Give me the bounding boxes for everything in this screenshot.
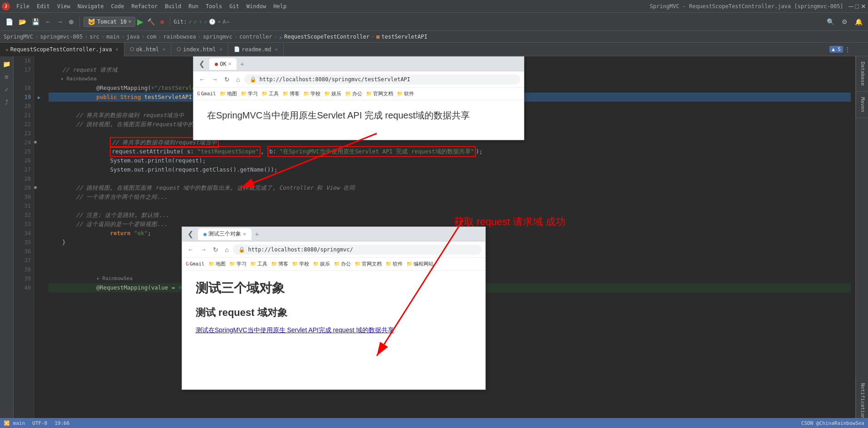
sidebar-pull-requests-icon[interactable]: ⤴ — [1, 96, 13, 108]
bc-main[interactable]: main — [106, 34, 119, 40]
bm-study[interactable]: 📁 学习 — [241, 90, 258, 97]
minimize-button[interactable]: ─ — [849, 3, 853, 10]
bm2-study[interactable]: 📁学习 — [229, 261, 247, 267]
bm-blog[interactable]: 📁 博客 — [282, 90, 300, 97]
browser-2-chevron[interactable]: ❮ — [186, 230, 195, 238]
browser-1-new-tab[interactable]: + — [240, 60, 244, 68]
gutter-run-icon[interactable]: ▶ — [38, 95, 40, 100]
browser-2-forward[interactable]: → — [198, 245, 208, 254]
menu-edit[interactable]: Edit — [33, 2, 54, 10]
bm-school[interactable]: 📁 学校 — [303, 90, 321, 97]
save-button[interactable]: 💾 — [30, 17, 41, 26]
bm2-docs[interactable]: 📁官网文档 — [355, 261, 382, 267]
close-button[interactable]: ✕ — [861, 3, 866, 10]
menu-build[interactable]: Build — [161, 2, 185, 10]
back-button[interactable]: ← — [43, 17, 53, 26]
browser-1-forward[interactable]: → — [210, 75, 220, 84]
browser-2-url-bar[interactable]: 🔒 http://localhost:8080/springmvc/ — [233, 245, 482, 255]
bc-class[interactable]: RequestScopeTestController — [284, 34, 370, 40]
bm2-tools[interactable]: 📁工具 — [250, 261, 267, 267]
menu-navigate[interactable]: Navigate — [74, 2, 108, 10]
sidebar-project-icon[interactable]: 📁 — [1, 58, 13, 70]
tab-controller[interactable]: ☕ RequestScopeTestController.java ✕ — [0, 43, 124, 56]
menu-file[interactable]: File — [13, 2, 33, 10]
browser-2-tab-close[interactable]: ✕ — [243, 231, 246, 237]
sidebar-commit-icon[interactable]: ✓ — [1, 84, 13, 95]
bm-study-label: 学习 — [248, 90, 258, 97]
bm2-coding[interactable]: 📁编程网站 — [406, 261, 434, 267]
tomcat-selector[interactable]: 🐱 Tomcat 10 ▼ — [84, 17, 135, 27]
browser-2-refresh[interactable]: ↻ — [211, 245, 220, 254]
tab-readme[interactable]: 📄 readme.md ✕ — [228, 43, 284, 56]
gutter-breakpoint[interactable]: ● — [34, 139, 37, 144]
menu-view[interactable]: View — [54, 2, 74, 10]
bm2-blog[interactable]: 📁博客 — [271, 261, 288, 267]
bc-springmvc2[interactable]: springmvc — [203, 34, 232, 40]
bm-docs[interactable]: 📁 官网文档 — [366, 90, 393, 97]
maximize-button[interactable]: □ — [855, 3, 859, 10]
panel-maven[interactable]: Maven — [856, 92, 868, 118]
bm-map[interactable]: 📁 地图 — [220, 90, 237, 97]
build-button[interactable]: 🔨 — [145, 17, 157, 26]
tab-readme-close[interactable]: ✕ — [275, 47, 278, 52]
bm-software[interactable]: 📁 软件 — [397, 90, 414, 97]
bm-ent[interactable]: 📁 娱乐 — [324, 90, 341, 97]
bc-com[interactable]: com — [147, 34, 157, 40]
browser-2-home[interactable]: ⌂ — [223, 245, 230, 254]
bm-gmail[interactable]: G Gmail — [197, 91, 216, 97]
settings-button[interactable]: ⚙ — [840, 17, 849, 26]
browser-1-active-tab[interactable]: ● OK ✕ — [209, 58, 237, 70]
main-layout: 📁 ≡ ✓ ⤴ 🔖 16 17 18 19 20 21 22 23 24 25 … — [0, 56, 868, 428]
menu-refactor[interactable]: Refactor — [128, 2, 161, 10]
browser-2-active-tab[interactable]: ● 测试三个对象 ✕ — [198, 228, 252, 240]
navigate-button[interactable]: ⊕ — [67, 17, 76, 26]
tab-index-html[interactable]: ⬡ index.html ✕ — [171, 43, 228, 56]
menu-help[interactable]: Help — [270, 2, 290, 10]
bc-method[interactable]: testServletAPI — [381, 34, 427, 40]
bm-tools[interactable]: 📁 工具 — [261, 90, 279, 97]
open-button[interactable]: 📂 — [17, 17, 28, 26]
bm2-ent[interactable]: 📁娱乐 — [313, 261, 330, 267]
sidebar-structure-icon[interactable]: ≡ — [1, 71, 13, 83]
bm2-office[interactable]: 📁办公 — [334, 261, 351, 267]
tab-ok-close[interactable]: ✕ — [163, 47, 165, 52]
menu-code[interactable]: Code — [108, 2, 128, 10]
browser-2-back[interactable]: ← — [186, 245, 196, 254]
new-file-button[interactable]: 📄 — [4, 17, 15, 26]
bm-office[interactable]: 📁 办公 — [345, 90, 362, 97]
tab-ok-html[interactable]: ⬡ ok.html ✕ — [124, 43, 172, 56]
browser-1-home[interactable]: ⌂ — [234, 75, 242, 84]
bc-rainbowsea[interactable]: rainbowsea — [163, 34, 196, 40]
browser-1-refresh[interactable]: ↻ — [222, 75, 232, 84]
browser-1-tab-close[interactable]: ✕ — [228, 61, 232, 67]
tab-index-close[interactable]: ✕ — [219, 47, 222, 52]
bm2-software[interactable]: 📁软件 — [385, 261, 403, 267]
bm2-gmail[interactable]: GGmail — [186, 261, 205, 267]
search-button[interactable]: 🔍 — [825, 17, 836, 26]
browser-1-back[interactable]: ← — [197, 75, 207, 84]
notifications-button[interactable]: 🔔 — [853, 17, 864, 26]
bc-controller[interactable]: controller — [239, 34, 272, 40]
bc-springmvc[interactable]: SpringMVC — [4, 34, 33, 40]
menu-run[interactable]: Run — [185, 2, 202, 10]
tab-controller-close[interactable]: ✕ — [116, 47, 118, 52]
menu-window[interactable]: Window — [243, 2, 270, 10]
bm2-school[interactable]: 📁学校 — [292, 261, 309, 267]
forward-button[interactable]: → — [55, 17, 65, 26]
browser-window-1[interactable]: ❮ ● OK ✕ + ← → ↻ ⌂ — [193, 56, 524, 140]
bc-src[interactable]: src — [89, 34, 99, 40]
stop-button[interactable]: ■ — [158, 17, 166, 26]
panel-database[interactable]: Database — [856, 56, 868, 92]
menu-git[interactable]: Git — [226, 2, 243, 10]
browser-window-2[interactable]: ❮ ● 测试三个对象 ✕ + ← → ↻ ⌂ — [182, 226, 486, 390]
bm2-map[interactable]: 📁地图 — [208, 261, 226, 267]
bc-springmvc-005[interactable]: springmvc-005 — [40, 34, 83, 40]
browser-2-link[interactable]: 测试在SpringMVC当中使用原生 Servlet API完成 request… — [196, 326, 472, 335]
menu-tools[interactable]: Tools — [202, 2, 226, 10]
browser-1-chevron[interactable]: ❮ — [197, 59, 207, 68]
tab-settings-button[interactable]: ⋮ — [843, 45, 852, 54]
browser-2-new-tab[interactable]: + — [255, 231, 259, 238]
run-button[interactable]: ▶ — [137, 17, 143, 27]
bc-java[interactable]: java — [126, 34, 139, 40]
browser-1-url-bar[interactable]: 🔒 http://localhost:8080/springmvc/testSe… — [244, 74, 520, 84]
